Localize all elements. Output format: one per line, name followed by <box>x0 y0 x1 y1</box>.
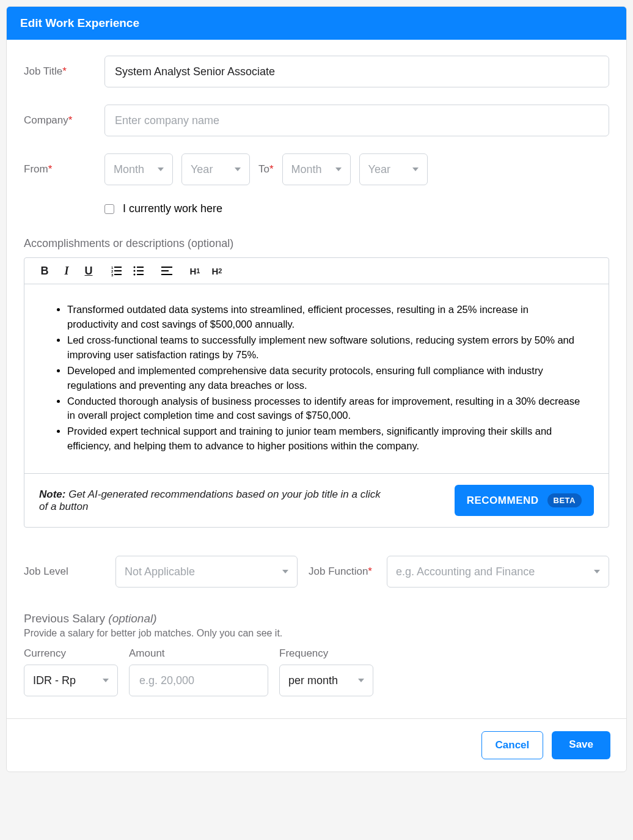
bullet-item: Provided expert technical support and tr… <box>67 424 582 454</box>
job-level-label: Job Level <box>24 566 104 578</box>
currently-work-checkbox[interactable] <box>104 204 114 214</box>
from-label: From* <box>24 163 104 175</box>
svg-point-6 <box>134 267 136 268</box>
bullet-item: Conducted thorough analysis of business … <box>67 394 582 424</box>
to-year-select[interactable]: Year <box>359 153 428 185</box>
align-button[interactable] <box>160 264 174 278</box>
chevron-down-icon <box>335 168 342 171</box>
amount-label: Amount <box>129 647 268 660</box>
note-bar: Note: Get AI-generated recommendations b… <box>24 473 609 527</box>
note-text: Note: Get AI-generated recommendations b… <box>39 488 381 513</box>
job-title-input[interactable] <box>104 56 609 87</box>
from-year-select[interactable]: Year <box>181 153 250 185</box>
job-title-label: Job Title* <box>24 65 104 78</box>
recommend-button[interactable]: RECOMMEND BETA <box>455 485 594 516</box>
cancel-button[interactable]: Cancel <box>481 731 544 759</box>
edit-work-experience-modal: Edit Work Experience Job Title* Company*… <box>6 6 627 772</box>
bullet-item: Developed and implemented comprehensive … <box>67 364 582 393</box>
frequency-select[interactable]: per month <box>279 665 373 696</box>
currency-label: Currency <box>24 647 118 660</box>
svg-point-10 <box>134 274 136 276</box>
company-input[interactable] <box>104 105 609 136</box>
italic-button[interactable]: I <box>60 264 73 278</box>
from-month-select[interactable]: Month <box>104 153 173 185</box>
date-row: From* Month Year To* Month Year <box>24 153 609 185</box>
job-function-label: Job Function* <box>309 565 376 578</box>
bullet-item: Transformed outdated data systems into s… <box>67 303 582 332</box>
h2-button[interactable]: H2 <box>210 264 224 278</box>
chevron-down-icon <box>412 168 419 171</box>
currently-work-label: I currently work here <box>123 202 222 215</box>
currency-select[interactable]: IDR - Rp <box>24 665 118 696</box>
accomplishments-editor: B I U 123 H1 H2 Transformed outd <box>24 257 609 528</box>
job-title-row: Job Title* <box>24 56 609 87</box>
editor-toolbar: B I U 123 H1 H2 <box>24 258 609 284</box>
underline-button[interactable]: U <box>82 264 95 278</box>
amount-input[interactable] <box>129 665 268 696</box>
modal-title: Edit Work Experience <box>20 17 139 29</box>
currently-work-row: I currently work here <box>104 202 609 215</box>
bullet-item: Led cross-functional teams to successful… <box>67 333 582 363</box>
accomplishments-label: Accomplishments or descriptions (optiona… <box>24 237 609 250</box>
bold-button[interactable]: B <box>38 264 51 278</box>
to-label: To* <box>258 163 274 175</box>
unordered-list-button[interactable] <box>132 264 145 278</box>
chevron-down-icon <box>103 679 109 682</box>
chevron-down-icon <box>594 570 600 573</box>
beta-badge: BETA <box>547 493 582 507</box>
company-label: Company* <box>24 114 104 127</box>
modal-header: Edit Work Experience <box>7 7 626 40</box>
job-level-function-row: Job Level Not Applicable Job Function* e… <box>24 556 609 588</box>
salary-title: Previous Salary (optional) <box>24 612 609 625</box>
frequency-label: Frequency <box>279 647 373 660</box>
svg-text:3: 3 <box>111 273 114 276</box>
job-level-select[interactable]: Not Applicable <box>115 556 298 588</box>
company-row: Company* <box>24 105 609 136</box>
editor-content[interactable]: Transformed outdated data systems into s… <box>24 284 609 473</box>
h1-button[interactable]: H1 <box>188 264 202 278</box>
salary-subtitle: Provide a salary for better job matches.… <box>24 628 609 639</box>
salary-section: Previous Salary (optional) Provide a sal… <box>24 612 609 696</box>
svg-point-8 <box>134 270 136 272</box>
modal-footer: Cancel Save <box>7 718 626 772</box>
chevron-down-icon <box>235 168 241 171</box>
ordered-list-button[interactable]: 123 <box>110 264 123 278</box>
save-button[interactable]: Save <box>552 731 610 759</box>
to-month-select[interactable]: Month <box>282 153 351 185</box>
chevron-down-icon <box>358 679 364 682</box>
job-function-select[interactable]: e.g. Accounting and Finance <box>387 556 609 588</box>
chevron-down-icon <box>282 570 288 573</box>
chevron-down-icon <box>158 168 164 171</box>
modal-body: Job Title* Company* From* Month Year To*… <box>7 40 626 718</box>
